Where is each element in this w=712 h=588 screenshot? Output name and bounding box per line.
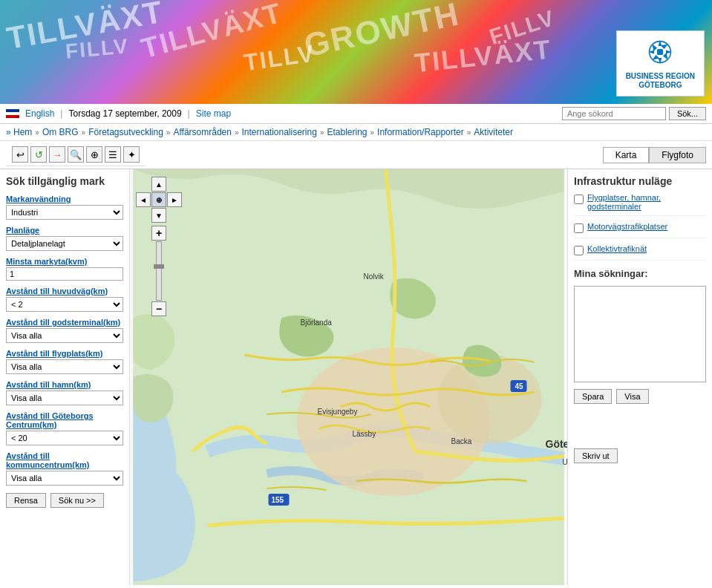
tab-flygfoto[interactable]: Flygfoto (649, 147, 706, 163)
zoom-out-btn[interactable]: − (151, 301, 166, 316)
map-nav: ▲ ◄ ⊕ ► ▼ (136, 177, 182, 223)
checkbox-kollektiv: Kollektivtrafiknät (574, 244, 706, 261)
map-controls: ▲ ◄ ⊕ ► ▼ + − (136, 177, 182, 316)
toolbar: ↩ ↺ → 🔍 ⊕ ☰ ✦ (6, 143, 146, 166)
map-nav-right[interactable]: ► (167, 192, 182, 207)
svg-marker-8 (653, 45, 657, 52)
toolbar-add-btn[interactable]: ⊕ (86, 146, 102, 163)
map-svg: Nolvik Björlanda Angered Kortedala Bergs… (130, 169, 567, 585)
svg-text:Lässby: Lässby (353, 430, 376, 438)
nav-etablering[interactable]: Etablering (327, 127, 367, 137)
toolbar-refresh-btn[interactable]: ↺ (30, 146, 47, 163)
nav-foretagsutveckling[interactable]: Företagsutveckling (88, 127, 163, 137)
logo-text: BUSINESS REGION GÖTEBORG (626, 72, 695, 90)
nav-aktiviteter[interactable]: Aktiviteter (474, 127, 513, 137)
checkbox-flygplatser-input[interactable] (574, 195, 584, 204)
map-nav-left[interactable]: ◄ (136, 192, 151, 207)
svg-rect-12 (6, 115, 19, 118)
map-container[interactable]: Nolvik Björlanda Angered Kortedala Bergs… (130, 169, 567, 585)
svg-text:Nolvik: Nolvik (364, 272, 385, 281)
svg-rect-9 (657, 49, 663, 55)
nav-arrow-7: » (467, 128, 471, 137)
nav-ombrg[interactable]: Om BRG (42, 127, 79, 137)
select-avstand-huvudvag[interactable]: < 2< 5< 10Visa alla (6, 297, 123, 312)
zoom-track[interactable] (156, 241, 162, 301)
banner-word-6: TILLVÄXT (413, 33, 553, 79)
svg-rect-10 (6, 109, 19, 112)
brg-logo-icon (645, 37, 675, 67)
map-nav-up[interactable]: ▲ (151, 177, 166, 192)
nav-hem[interactable]: » Hem (6, 127, 32, 137)
language-link[interactable]: English (25, 108, 54, 119)
nav-arrow-5: » (320, 128, 324, 137)
zoom-thumb[interactable] (154, 264, 164, 269)
toolbar-forward-btn[interactable]: → (49, 146, 65, 163)
save-search-button[interactable]: Spara (574, 389, 612, 404)
label-markanvandning: Markanvändning (6, 195, 123, 203)
toolbar-star-btn[interactable]: ✦ (123, 146, 140, 163)
search-now-button[interactable]: Sök nu >> (50, 493, 104, 508)
checkbox-motorvag: Motorvägstrafikplatser (574, 222, 706, 238)
zoom-in-btn[interactable]: + (151, 226, 166, 241)
sep-1: | (60, 108, 62, 119)
print-button[interactable]: Skriv ut (574, 448, 618, 463)
toolbar-back-btn[interactable]: ↩ (12, 146, 28, 163)
right-sidebar: Infrastruktur nuläge Flygplatser, hamnar… (567, 169, 712, 585)
checkbox-kollektiv-input[interactable] (574, 246, 584, 255)
search-input[interactable] (562, 107, 666, 120)
field-minsta-markyta: Minsta markyta(kvm) (6, 257, 123, 281)
tab-karta[interactable]: Karta (603, 147, 650, 163)
field-markanvandning: Markanvändning IndustriKontorHandel (6, 195, 123, 220)
checkbox-flygplatser: Flygplatser, hamnar, godsterminaler (574, 193, 706, 216)
field-avstand-centrum: Avstånd till Göteborgs Centrum(km) < 20<… (6, 411, 123, 445)
checkbox-kollektiv-label[interactable]: Kollektivtrafiknät (587, 244, 647, 253)
nav-arrow-6: » (370, 128, 375, 137)
select-markanvandning[interactable]: IndustriKontorHandel (6, 205, 123, 220)
nav-affarsomraden[interactable]: Affärsområden (173, 127, 232, 137)
search-button[interactable]: Sök... (669, 107, 706, 120)
content-area: Sök tillgänglig mark Markanvändning Indu… (0, 169, 712, 585)
sidebar-title: Sök tillgänglig mark (6, 175, 123, 187)
svg-text:Björlanda: Björlanda (301, 318, 333, 327)
select-avstand-kommuncentrum[interactable]: Visa alla< 5< 10 (6, 471, 123, 486)
svg-text:155: 155 (272, 496, 284, 504)
checkbox-motorvag-label[interactable]: Motorvägstrafikplatser (587, 222, 667, 231)
nav-information[interactable]: Information/Rapporter (377, 127, 464, 137)
select-avstand-flygplats[interactable]: Visa alla< 5< 10 (6, 359, 123, 374)
svg-text:Evisjungeby: Evisjungeby (318, 408, 358, 416)
svg-text:Utby: Utby (563, 458, 568, 466)
input-minsta-markyta[interactable] (6, 267, 123, 281)
logo-area: BUSINESS REGION GÖTEBORG (616, 30, 705, 97)
select-avstand-centrum[interactable]: < 20< 10< 30Visa alla (6, 431, 123, 445)
field-avstand-huvudvag: Avstånd till huvudväg(km) < 2< 5< 10Visa… (6, 287, 123, 312)
label-avstand-godsterminal: Avstånd till godsterminal(km) (6, 318, 123, 327)
toolbar-zoom-btn[interactable]: 🔍 (68, 146, 84, 163)
left-sidebar: Sök tillgänglig mark Markanvändning Indu… (0, 169, 130, 585)
map-nav-center[interactable]: ⊕ (151, 192, 166, 207)
select-avstand-hamn[interactable]: Visa alla< 5< 10 (6, 391, 123, 405)
svg-marker-5 (661, 45, 668, 49)
show-search-button[interactable]: Visa (616, 389, 648, 404)
reset-button[interactable]: Rensa (6, 493, 46, 508)
nav-internationalisering[interactable]: Internationalisering (241, 127, 316, 137)
header-banner: TILLVÄXT fillv TILLVÄXT tillv GROWTH TIL… (0, 0, 712, 104)
sitemap-link[interactable]: Site map (196, 108, 231, 119)
banner-word-2: fillv (65, 34, 130, 63)
main-nav: » Hem » Om BRG » Företagsutveckling » Af… (0, 124, 712, 141)
select-avstand-godsterminal[interactable]: Visa alla< 5< 10 (6, 328, 123, 343)
map-nav-down[interactable]: ▼ (151, 208, 166, 223)
banner-text: TILLVÄXT fillv TILLVÄXT tillv GROWTH TIL… (0, 0, 712, 104)
checkbox-flygplatser-label[interactable]: Flygplatser, hamnar, godsterminaler (587, 193, 706, 211)
infra-title: Infrastruktur nuläge (574, 175, 706, 187)
svg-text:45: 45 (515, 382, 524, 391)
checkbox-motorvag-input[interactable] (574, 223, 584, 233)
label-avstand-centrum: Avstånd till Göteborgs Centrum(km) (6, 411, 123, 429)
svg-text:Backa: Backa (451, 437, 472, 445)
nav-arrow-4: » (235, 128, 239, 137)
top-nav: English | Torsdag 17 september, 2009 | S… (0, 104, 712, 124)
toolbar-print-toolbar-btn[interactable]: ☰ (105, 146, 121, 163)
svg-text:Göteborg: Göteborg (546, 438, 568, 450)
searches-textarea[interactable] (574, 286, 706, 382)
nav-arrow-1: » (35, 128, 39, 137)
select-planlage[interactable]: DetaljplanelagtEj detaljplanelagtAlla (6, 236, 123, 251)
